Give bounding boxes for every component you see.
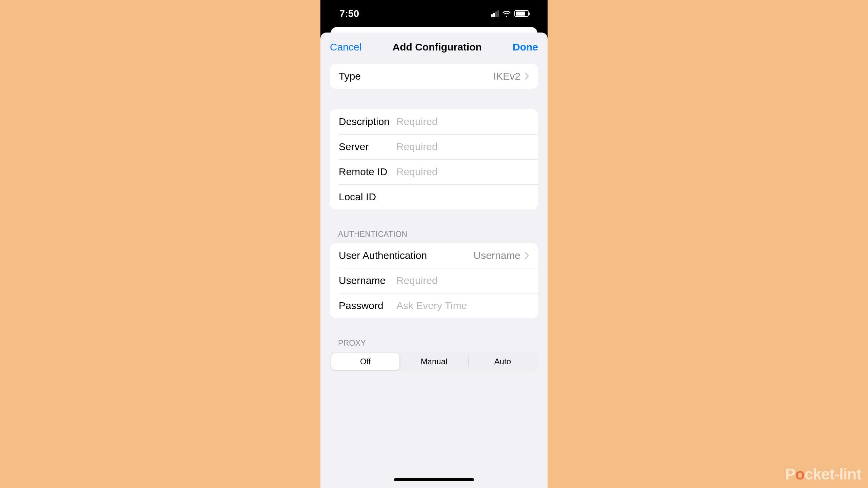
proxy-off-segment[interactable]: Off <box>331 353 399 370</box>
server-row[interactable]: Server <box>330 134 538 159</box>
remote-id-row[interactable]: Remote ID <box>330 159 538 184</box>
home-indicator[interactable] <box>394 478 474 481</box>
authentication-group: User Authentication Username Username Pa… <box>330 243 538 318</box>
proxy-manual-segment[interactable]: Manual <box>400 353 468 370</box>
cancel-button[interactable]: Cancel <box>330 41 361 53</box>
watermark-text: P <box>785 465 795 483</box>
cellular-signal-icon <box>491 10 499 17</box>
remote-id-label: Remote ID <box>339 166 396 178</box>
description-input[interactable] <box>396 116 529 128</box>
username-label: Username <box>339 275 396 286</box>
password-input[interactable] <box>396 300 529 312</box>
remote-id-input[interactable] <box>396 166 529 178</box>
type-group: Type IKEv2 <box>330 64 538 89</box>
watermark-o-icon: o <box>795 465 805 483</box>
battery-icon <box>514 10 529 17</box>
watermark-text: cket-lint <box>805 465 861 483</box>
username-input[interactable] <box>396 274 529 287</box>
user-authentication-value: Username <box>427 250 520 261</box>
user-authentication-row[interactable]: User Authentication Username <box>330 243 538 268</box>
proxy-segmented-control[interactable]: Off Manual Auto <box>330 352 538 371</box>
local-id-label: Local ID <box>339 191 396 203</box>
chevron-right-icon <box>525 73 529 80</box>
page-title: Add Configuration <box>393 41 482 53</box>
proxy-auto-segment[interactable]: Auto <box>469 353 537 370</box>
phone-frame: 7:50 Cancel Add Configuration Done <box>320 0 548 488</box>
local-id-row[interactable]: Local ID <box>330 184 538 209</box>
proxy-header: PROXY <box>338 339 530 348</box>
type-value: IKEv2 <box>361 70 520 82</box>
password-row[interactable]: Password <box>330 293 538 318</box>
type-label: Type <box>339 70 361 82</box>
server-label: Server <box>339 141 396 152</box>
status-time: 7:50 <box>339 8 359 19</box>
server-input[interactable] <box>396 141 529 153</box>
local-id-input[interactable] <box>396 191 529 203</box>
password-label: Password <box>339 300 396 311</box>
username-row[interactable]: Username <box>330 268 538 293</box>
description-row[interactable]: Description <box>330 109 538 134</box>
status-bar: 7:50 <box>320 0 548 27</box>
type-row[interactable]: Type IKEv2 <box>330 64 538 89</box>
modal-sheet: Cancel Add Configuration Done Type IKEv2… <box>320 33 548 488</box>
config-group: Description Server Remote ID Local ID <box>330 109 538 209</box>
watermark-logo: Pocket-lint <box>785 465 861 483</box>
status-indicators <box>491 10 529 17</box>
user-authentication-label: User Authentication <box>339 250 427 261</box>
authentication-header: AUTHENTICATION <box>338 230 530 239</box>
done-button[interactable]: Done <box>513 41 538 53</box>
chevron-right-icon <box>525 252 529 259</box>
wifi-icon <box>502 10 511 17</box>
description-label: Description <box>339 116 396 127</box>
nav-bar: Cancel Add Configuration Done <box>320 33 548 61</box>
